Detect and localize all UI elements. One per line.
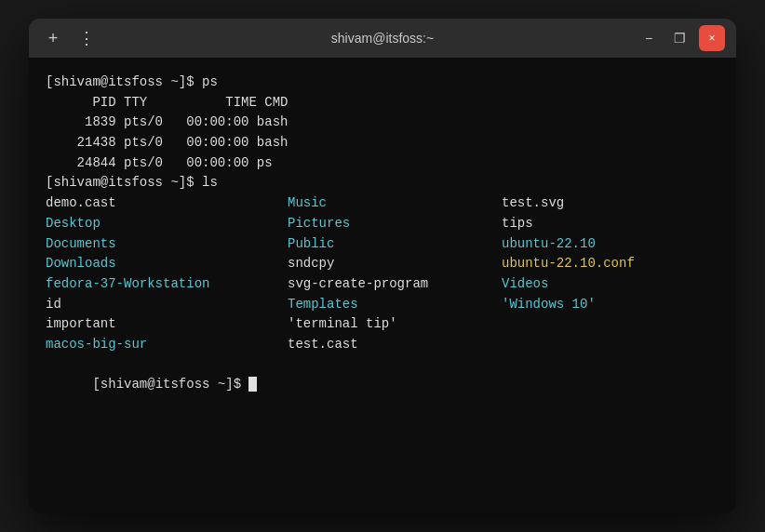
list-item: svg-create-program bbox=[288, 274, 502, 295]
list-item: Desktop bbox=[46, 214, 288, 234]
minimize-button[interactable]: − bbox=[636, 25, 662, 51]
list-item: sndcpy bbox=[288, 254, 502, 274]
terminal-line-ps-row2: 21438 pts/0 00:00:00 bash bbox=[46, 133, 719, 153]
ls-col2: Music Pictures Public sndcpy svg-create-… bbox=[288, 193, 502, 355]
terminal-body[interactable]: [shivam@itsfoss ~]$ ps PID TTY TIME CMD … bbox=[29, 58, 736, 513]
terminal-line-ps-header: PID TTY TIME CMD bbox=[46, 93, 719, 113]
close-button[interactable]: × bbox=[699, 25, 725, 51]
terminal-final-prompt: [shivam@itsfoss ~]$ bbox=[46, 355, 719, 416]
ls-col3: test.svg tips ubuntu-22.10 ubuntu-22.10.… bbox=[502, 193, 719, 355]
titlebar-left: + ⋮ bbox=[40, 25, 268, 51]
ls-output: demo.cast Desktop Documents Downloads fe… bbox=[46, 193, 719, 355]
list-item: id bbox=[46, 295, 288, 315]
list-item: 'terminal tip' bbox=[288, 314, 502, 335]
list-item: Pictures bbox=[288, 214, 502, 234]
maximize-button[interactable]: ❐ bbox=[667, 25, 693, 51]
titlebar: + ⋮ shivam@itsfoss:~ − ❐ × bbox=[29, 19, 736, 58]
new-tab-button[interactable]: + bbox=[40, 25, 66, 51]
list-item: ubuntu-22.10 bbox=[502, 234, 719, 255]
list-item: test.cast bbox=[288, 335, 502, 355]
ls-col1: demo.cast Desktop Documents Downloads fe… bbox=[46, 193, 288, 355]
list-item: important bbox=[46, 314, 288, 335]
list-item: test.svg bbox=[502, 193, 719, 214]
cursor bbox=[248, 377, 257, 392]
list-item: ubuntu-22.10.conf bbox=[502, 254, 719, 274]
list-item: Documents bbox=[46, 234, 288, 255]
terminal-line-ps-row3: 24844 pts/0 00:00:00 ps bbox=[46, 153, 719, 174]
list-item: demo.cast bbox=[46, 193, 288, 214]
list-item: Music bbox=[288, 193, 502, 214]
terminal-line-ps-row1: 1839 pts/0 00:00:00 bash bbox=[46, 113, 719, 133]
list-item: tips bbox=[502, 214, 719, 234]
list-item: Templates bbox=[288, 295, 502, 315]
list-item: Videos bbox=[502, 274, 719, 295]
terminal-line-ls-cmd: [shivam@itsfoss ~]$ ls bbox=[46, 173, 719, 193]
titlebar-right: − ❐ × bbox=[497, 25, 725, 51]
list-item: Downloads bbox=[46, 254, 288, 274]
window-title: shivam@itsfoss:~ bbox=[268, 31, 496, 46]
menu-button[interactable]: ⋮ bbox=[74, 25, 100, 51]
list-item: 'Windows 10' bbox=[502, 295, 719, 315]
list-item: macos-big-sur bbox=[46, 335, 288, 355]
terminal-line-ps-cmd: [shivam@itsfoss ~]$ ps bbox=[46, 73, 719, 93]
list-item: fedora-37-Workstation bbox=[46, 274, 288, 295]
list-item: Public bbox=[288, 234, 502, 255]
terminal-window: + ⋮ shivam@itsfoss:~ − ❐ × [shivam@itsfo… bbox=[29, 19, 736, 513]
